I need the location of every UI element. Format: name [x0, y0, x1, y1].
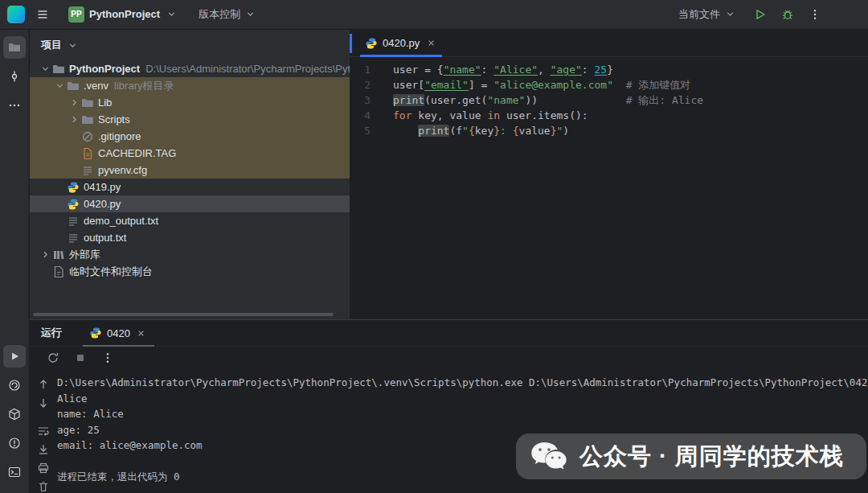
project-badge: PP	[68, 6, 84, 23]
debug-button[interactable]	[776, 3, 799, 26]
chevron-spacer	[52, 232, 67, 244]
close-icon[interactable]	[135, 327, 148, 339]
project-widget[interactable]: PP PythonProject	[63, 4, 182, 25]
tree-item-.gitignore[interactable]: .gitignore	[30, 128, 350, 145]
packages-icon	[8, 408, 21, 421]
tree-item-PythonProject[interactable]: PythonProjectD:\Users\Administrator\Pych…	[30, 60, 350, 77]
commit-icon	[8, 70, 21, 83]
chevron-down-icon[interactable]	[38, 63, 52, 76]
python-file-icon	[67, 198, 80, 211]
chevron-down-icon	[165, 8, 178, 21]
tree-item-demo_output.txt[interactable]: demo_output.txt	[30, 212, 350, 229]
tree-item-外部库[interactable]: 外部库	[30, 246, 350, 263]
chevron-right-icon[interactable]	[67, 97, 81, 109]
down-stack-trace-button[interactable]	[35, 396, 52, 409]
chevron-spacer	[67, 147, 81, 160]
tree-item-Scripts[interactable]: Scripts	[30, 111, 350, 128]
soft-wrap-button[interactable]	[35, 425, 52, 438]
run-panel-header: 运行 0420	[30, 320, 868, 347]
hamburger-icon	[36, 8, 49, 21]
tool-window-button-commit[interactable]	[3, 65, 26, 88]
tree-item-label: Scripts	[98, 113, 130, 125]
chevron-down-icon[interactable]	[52, 80, 67, 92]
run-config-label: 当前文件	[678, 7, 720, 22]
chevron-down-icon	[723, 8, 736, 21]
scroll-to-end-button[interactable]	[35, 443, 52, 456]
tool-window-button-python-console[interactable]	[3, 374, 26, 396]
code-line[interactable]: 4for key, value in user.items():	[350, 108, 868, 123]
project-panel-header[interactable]: 项目	[30, 30, 350, 60]
tree-item-label: 0419.py	[84, 181, 121, 193]
clear-all-button[interactable]	[35, 480, 52, 493]
code-area[interactable]: 1user = {"name": "Alice", "age": 25}2use…	[350, 57, 868, 138]
pycharm-logo-icon	[7, 6, 25, 23]
project-panel: 项目 PythonProjectD:\Users\Administrator\P…	[30, 30, 350, 319]
tool-window-button-problems[interactable]	[3, 432, 26, 454]
scratch-icon	[52, 265, 65, 278]
stop-button[interactable]	[72, 349, 89, 367]
more-options-button[interactable]	[99, 349, 117, 367]
print-button[interactable]	[35, 462, 52, 475]
editor-tab-0420[interactable]: 0420.py	[357, 30, 445, 57]
run-toolbar	[30, 347, 868, 369]
tool-window-button-terminal[interactable]	[3, 461, 26, 483]
tree-item-output.txt[interactable]: output.txt	[30, 229, 350, 246]
line-number: 3	[350, 92, 371, 108]
tree-item-pyvenv.cfg[interactable]: pyvenv.cfg	[30, 162, 350, 179]
run-config-selector[interactable]: 当前文件	[678, 7, 736, 22]
tool-window-button-more-tools[interactable]	[3, 94, 26, 117]
python-console-icon	[8, 379, 21, 392]
vcs-widget[interactable]: 版本控制	[199, 7, 256, 22]
close-icon[interactable]	[424, 37, 437, 50]
bug-icon	[781, 8, 794, 21]
terminal-icon	[8, 466, 21, 479]
line-number: 2	[350, 77, 371, 92]
tree-item-label: 0420.py	[84, 198, 121, 210]
horizontal-scrollbar[interactable]	[33, 313, 334, 316]
code-line[interactable]: 1user = {"name": "Alice", "age": 25}	[350, 62, 868, 77]
watermark-text: 公众号 · 周同学的技术栈	[579, 441, 844, 473]
watermark: 公众号 · 周同学的技术栈	[516, 433, 866, 479]
code-line[interactable]: 5 print(f"{key}: {value}")	[350, 123, 868, 138]
run-tab-0420[interactable]: 0420	[81, 320, 156, 347]
tool-window-button-packages[interactable]	[3, 403, 26, 425]
chevron-down-icon	[66, 39, 79, 51]
code-line[interactable]: 2user["email"] = "alice@example.com" # 添…	[350, 77, 868, 92]
rerun-button[interactable]	[44, 349, 62, 367]
scrollend-icon	[37, 443, 50, 456]
activity-bar-bottom	[3, 345, 26, 493]
arrow-up-icon	[37, 378, 50, 391]
run-panel-title: 运行	[41, 326, 62, 340]
tree-item-label: .gitignore	[98, 130, 141, 142]
tree-item-临时文件和控制台[interactable]: 临时文件和控制台	[30, 263, 350, 280]
tree-item-.venv[interactable]: .venvlibrary根目录	[30, 77, 350, 94]
chevron-spacer	[67, 130, 81, 143]
console-line: Alice	[57, 391, 868, 407]
tree-item-label: Lib	[98, 97, 112, 109]
main-menu-button[interactable]	[31, 3, 54, 26]
up-stack-trace-button[interactable]	[35, 378, 52, 391]
tool-window-button-project[interactable]	[3, 36, 26, 59]
pycharm-window: PP PythonProject 版本控制 当前文件	[0, 0, 868, 493]
print-icon	[37, 462, 50, 475]
tree-item-0420.py[interactable]: 0420.py	[30, 195, 350, 212]
tree-item-0419.py[interactable]: 0419.py	[30, 179, 350, 195]
tree-item-label: output.txt	[84, 232, 126, 244]
line-number: 5	[350, 123, 371, 138]
chevron-right-icon[interactable]	[38, 249, 52, 261]
tree-item-label: 外部库	[69, 248, 100, 262]
project-panel-title: 项目	[41, 38, 62, 52]
stop-icon	[74, 351, 87, 364]
activity-bar	[0, 30, 29, 493]
run-button[interactable]	[749, 3, 772, 26]
chevron-spacer	[52, 198, 67, 211]
code-line[interactable]: 3print(user.get("name")) # 输出: Alice	[350, 92, 868, 108]
more-actions-button[interactable]	[804, 3, 826, 26]
tree-item-CACHEDIR.TAG[interactable]: CACHEDIR.TAG	[30, 145, 350, 162]
project-name: PythonProject	[89, 8, 160, 20]
text-file-icon	[81, 164, 94, 177]
chevron-right-icon[interactable]	[67, 113, 81, 126]
line-number: 4	[350, 108, 371, 123]
tool-window-button-run[interactable]	[3, 345, 26, 368]
tree-item-Lib[interactable]: Lib	[30, 94, 350, 111]
